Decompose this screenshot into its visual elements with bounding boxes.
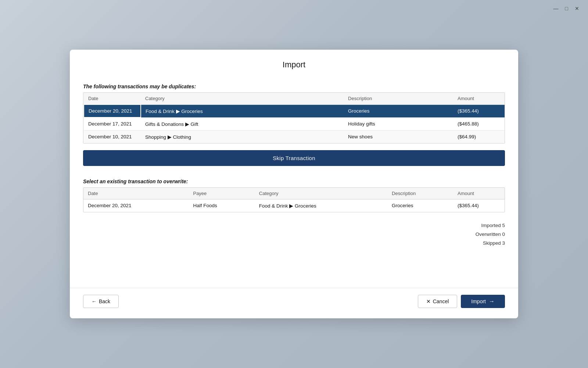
ow-row0-payee: Half Foods [189, 199, 254, 212]
dup-row0-amount: ($365.44) [453, 105, 490, 117]
ow-row0-category: Food & Drink ▶ Groceries [255, 199, 387, 212]
table-row[interactable]: December 17, 2021 Gifts & Donations ▶ Gi… [84, 117, 505, 130]
skipped-value: 3 [502, 240, 505, 246]
skip-transaction-button[interactable]: Skip Transaction [83, 150, 505, 166]
ow-col-payee: Payee [189, 188, 254, 199]
cancel-button[interactable]: ✕ Cancel [418, 295, 458, 308]
dup-row2-amount: ($64.99) [453, 130, 490, 143]
dup-row1-description: Holiday gifts [344, 117, 453, 130]
overwritten-stat: Overwritten 0 [83, 230, 505, 239]
stats-area: Imported 5 Overwritten 0 Skipped 3 [83, 212, 505, 285]
cancel-icon: ✕ [426, 298, 431, 304]
ow-row0-description: Groceries [387, 199, 453, 212]
dup-row0-date: December 20, 2021 [84, 105, 141, 117]
dialog-footer: ← Back ✕ Cancel Import → [70, 288, 518, 308]
duplicates-table-wrap: Date Category Description Amount Decembe… [83, 92, 505, 144]
ow-col-description: Description [387, 188, 453, 199]
back-arrow-icon: ← [92, 298, 97, 304]
dup-col-description: Description [344, 93, 453, 105]
back-label: Back [99, 298, 110, 304]
overwrite-table: Date Payee Category Description Amount D… [83, 188, 505, 212]
dup-row1-date: December 17, 2021 [84, 117, 141, 130]
ow-row0-date: December 20, 2021 [83, 199, 189, 212]
cancel-label: Cancel [433, 298, 449, 304]
window-controls: — □ ✕ [553, 6, 579, 11]
dup-row2-description: New shoes [344, 130, 453, 143]
duplicates-label: The following transactions may be duplic… [83, 84, 505, 89]
ow-col-extra [490, 188, 505, 199]
dup-row1-category: Gifts & Donations ▶ Gift [141, 117, 344, 130]
ow-col-category: Category [255, 188, 387, 199]
close-button[interactable]: ✕ [575, 6, 579, 11]
dup-col-amount: Amount [453, 93, 490, 105]
imported-value: 5 [502, 223, 505, 228]
table-row[interactable]: December 20, 2021 Half Foods Food & Drin… [83, 199, 505, 212]
dialog-title: Import [70, 50, 518, 77]
dup-row0-description: Groceries [344, 105, 453, 117]
dup-col-extra [490, 93, 505, 105]
footer-left: ← Back [83, 295, 119, 308]
ow-row0-amount: ($365.44) [453, 199, 490, 212]
dup-row2-extra [490, 130, 505, 143]
skipped-label: Skipped [483, 240, 501, 246]
ow-col-date: Date [83, 188, 189, 199]
maximize-button[interactable]: □ [565, 6, 568, 11]
dup-row2-category: Shopping ▶ Clothing [141, 130, 344, 143]
overwrite-table-wrap: Date Payee Category Description Amount D… [83, 187, 505, 212]
footer-right: ✕ Cancel Import → [418, 295, 505, 308]
minimize-button[interactable]: — [553, 6, 559, 11]
skipped-stat: Skipped 3 [83, 239, 505, 248]
import-button[interactable]: Import → [461, 295, 505, 308]
imported-stat: Imported 5 [83, 221, 505, 230]
table-row[interactable]: December 20, 2021 Food & Drink ▶ Groceri… [84, 105, 505, 117]
back-button[interactable]: ← Back [83, 295, 119, 308]
import-arrow-icon: → [489, 298, 495, 305]
import-dialog: Import The following transactions may be… [70, 50, 518, 318]
dup-row1-extra [490, 117, 505, 130]
stats-block: Imported 5 Overwritten 0 Skipped 3 [83, 221, 505, 248]
ow-col-amount: Amount [453, 188, 490, 199]
dup-col-category: Category [141, 93, 344, 105]
dup-col-date: Date [84, 93, 141, 105]
dup-row2-date: December 10, 2021 [84, 130, 141, 143]
duplicates-table: Date Category Description Amount Decembe… [83, 93, 505, 143]
import-label: Import [471, 298, 486, 304]
dup-row0-extra [490, 105, 505, 117]
overwritten-value: 0 [502, 231, 505, 237]
dialog-body: The following transactions may be duplic… [70, 77, 518, 285]
overwritten-label: Overwritten [476, 231, 501, 237]
ow-row0-extra [490, 199, 505, 212]
dup-row1-amount: ($465.88) [453, 117, 490, 130]
dup-row0-category: Food & Drink ▶ Groceries [141, 105, 344, 117]
overwrite-label: Select an existing transaction to overwr… [83, 178, 505, 184]
imported-label: Imported [481, 223, 501, 228]
table-row[interactable]: December 10, 2021 Shopping ▶ Clothing Ne… [84, 130, 505, 143]
